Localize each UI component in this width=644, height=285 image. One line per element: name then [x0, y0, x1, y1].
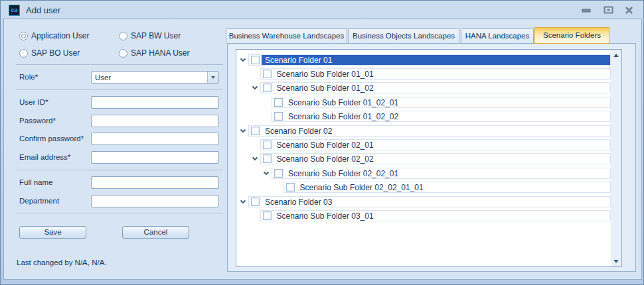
department-label: Department — [19, 197, 59, 205]
minimize-icon — [582, 7, 591, 13]
tree-item-cell: Scenario Sub Folder 02_01 — [260, 139, 611, 150]
tree-item[interactable]: Scenario Sub Folder 01_02_01 — [261, 97, 611, 108]
radio-selected-icon — [19, 32, 28, 40]
vertical-scrollbar[interactable] — [611, 50, 621, 266]
tab-scenario-folders[interactable]: Scenario Folders — [534, 27, 609, 44]
tree-item[interactable]: Scenario Sub Folder 01_02 — [250, 82, 611, 93]
tree-item[interactable]: Scenario Sub Folder 01_02_02 — [261, 111, 611, 122]
chevron-down-icon[interactable] — [261, 168, 272, 179]
chevron-spacer — [250, 139, 260, 150]
user-id-label: User ID* — [19, 98, 48, 106]
password-label: Password* — [19, 117, 56, 125]
chevron-down-icon — [211, 76, 215, 79]
tree-item-label[interactable]: Scenario Sub Folder 01_01 — [274, 69, 611, 79]
checkbox[interactable] — [263, 141, 272, 149]
tree-item-cell: Scenario Folder 01 — [248, 54, 611, 66]
tree-item-label[interactable]: Scenario Folder 02 — [262, 126, 610, 136]
cancel-button[interactable]: Cancel — [122, 226, 189, 239]
tree-item-cell: Scenario Sub Folder 01_02_01 — [272, 97, 611, 108]
checkbox[interactable] — [286, 183, 295, 192]
scroll-up-button[interactable] — [611, 50, 621, 60]
chevron-spacer — [261, 97, 272, 108]
tree-item-cell: Scenario Sub Folder 02_02 — [260, 153, 611, 164]
chevron-down-icon[interactable] — [238, 54, 248, 66]
role-selected-value: User — [92, 74, 207, 82]
tree-item[interactable]: Scenario Sub Folder 03_01 — [250, 210, 611, 221]
full-name-field[interactable] — [91, 176, 219, 189]
user-id-field[interactable] — [91, 96, 219, 109]
role-select[interactable]: User — [91, 71, 219, 84]
radio-sap-bo-user[interactable]: SAP BO User — [19, 48, 80, 58]
chevron-down-icon[interactable] — [238, 196, 248, 207]
add-user-dialog: ca Add user Application User SA — [0, 0, 644, 285]
tree-item-label[interactable]: Scenario Sub Folder 01_02_02 — [285, 111, 610, 121]
checkbox[interactable] — [274, 112, 283, 121]
tree-item-cell: Scenario Folder 02 — [248, 125, 611, 137]
radio-label: SAP BO User — [31, 48, 80, 58]
full-name-label: Full name — [19, 178, 53, 186]
window-title: Add user — [26, 5, 60, 15]
scroll-down-button[interactable] — [611, 256, 621, 266]
tree-item-cell: Scenario Folder 03 — [248, 196, 611, 207]
checkbox[interactable] — [251, 198, 260, 206]
checkbox[interactable] — [263, 211, 272, 220]
tree-item[interactable]: Scenario Folder 02 — [238, 125, 611, 137]
password-field[interactable] — [91, 115, 219, 127]
tab-hana-landscapes[interactable]: HANA Landscapes — [461, 28, 534, 43]
email-address-label: Email address* — [19, 153, 70, 161]
chevron-down-icon[interactable] — [250, 82, 260, 93]
department-field[interactable] — [91, 195, 219, 207]
checkbox[interactable] — [274, 169, 283, 178]
save-button[interactable]: Save — [19, 226, 86, 239]
chevron-down-icon[interactable] — [250, 153, 260, 164]
checkbox[interactable] — [263, 70, 272, 78]
tree-item[interactable]: Scenario Sub Folder 02_02_01 — [261, 168, 611, 179]
tree-item-label[interactable]: Scenario Folder 03 — [262, 197, 610, 207]
checkbox[interactable] — [251, 56, 260, 64]
tree-item-label[interactable]: Scenario Sub Folder 02_02 — [274, 154, 611, 164]
app-logo-icon: ca — [9, 5, 20, 16]
title-bar[interactable]: ca Add user — [1, 1, 643, 19]
tree-item-label[interactable]: Scenario Sub Folder 02_01 — [274, 140, 611, 150]
tab-business-objects-landscapes[interactable]: Business Objects Landscapes — [348, 28, 459, 43]
tree-item-label[interactable]: Scenario Sub Folder 03_01 — [274, 211, 611, 221]
radio-icon — [119, 32, 127, 40]
radio-application-user[interactable]: Application User — [19, 31, 89, 40]
dropdown-button[interactable] — [207, 72, 218, 83]
maximize-icon — [604, 6, 613, 14]
tree-item-label[interactable]: Scenario Sub Folder 01_02 — [274, 83, 611, 93]
chevron-down-icon[interactable] — [238, 125, 248, 137]
tree-item[interactable]: Scenario Folder 03 — [238, 196, 611, 207]
tree-item-label[interactable]: Scenario Sub Folder 01_02_01 — [285, 97, 610, 107]
tree-item[interactable]: Scenario Folder 01 — [238, 54, 611, 66]
checkbox[interactable] — [274, 98, 283, 107]
maximize-button[interactable] — [601, 4, 615, 16]
checkbox[interactable] — [263, 84, 272, 92]
close-button[interactable] — [621, 4, 636, 16]
scenario-folders-panel: Scenario Folder 01Scenario Sub Folder 01… — [227, 43, 636, 272]
divider — [16, 89, 223, 89]
tree-item[interactable]: Scenario Sub Folder 02_02_01_01 — [273, 182, 611, 193]
tree-item[interactable]: Scenario Sub Folder 02_01 — [250, 139, 611, 150]
confirm-password-label: Confirm password* — [19, 135, 84, 142]
chevron-spacer — [261, 111, 272, 122]
tree-item-label[interactable]: Scenario Sub Folder 02_02_01 — [285, 168, 610, 178]
tree-item-label[interactable]: Scenario Folder 01 — [262, 55, 610, 65]
arrow-up-icon — [613, 54, 619, 57]
tab-business-warehouse-landscapes[interactable]: Business Warehouse Landscapes — [226, 28, 347, 43]
tree-item[interactable]: Scenario Sub Folder 01_01 — [250, 68, 611, 80]
email-address-field[interactable] — [91, 151, 219, 164]
radio-sap-bw-user[interactable]: SAP BW User — [119, 31, 181, 40]
tree-item[interactable]: Scenario Sub Folder 02_02 — [250, 153, 611, 164]
checkbox[interactable] — [263, 154, 272, 163]
minimize-button[interactable] — [579, 4, 594, 16]
checkbox[interactable] — [251, 127, 260, 135]
tree-item-label[interactable]: Scenario Sub Folder 02_02_01_01 — [297, 182, 611, 192]
radio-label: Application User — [31, 31, 89, 40]
confirm-password-field[interactable] — [91, 133, 219, 145]
chevron-spacer — [250, 210, 260, 221]
radio-sap-hana-user[interactable]: SAP HANA User — [119, 48, 189, 58]
divider — [16, 213, 223, 213]
tree-item-cell: Scenario Sub Folder 02_02_01 — [272, 168, 611, 179]
radio-icon — [119, 49, 127, 58]
